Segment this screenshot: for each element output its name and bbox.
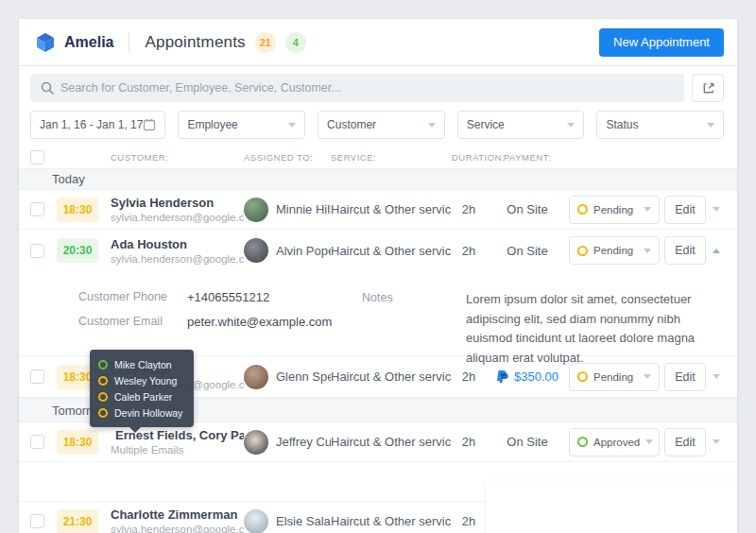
column-duration: DURATION: [452,152,486,163]
brand-name: Amelia [64,34,113,51]
phone-value: +14065551212 [187,290,269,304]
status-dot-icon [577,246,588,256]
time-badge: 18:30 [57,198,98,222]
appointment-row[interactable]: 18:30 Ernest Fields, Cory Page… Multiple… [19,422,737,462]
assigned-cell: Jeffrey Cun… [244,430,331,455]
avatar [244,238,268,263]
collapse-caret[interactable] [707,249,726,253]
avatar [244,430,268,455]
assigned-cell: Elsie Salazar [244,509,331,533]
search-row [19,66,737,102]
chevron-down-icon [644,249,651,253]
new-appointment-button[interactable]: New Appointment [599,28,724,57]
paypal-icon [496,370,508,384]
chevron-up-icon [713,249,720,253]
avatar [244,365,268,389]
payment-cell: $200.00 [486,481,737,533]
tooltip-customer: Mike Clayton [98,356,182,372]
employee-filter[interactable]: Employee [178,111,305,139]
assignee-name: Glenn Spen… [276,370,331,384]
avatar [244,198,268,222]
status-dot-icon [98,408,108,418]
assignee-name: Minnie Hill [276,202,331,216]
duration-cell: 2h [452,370,486,384]
status-select[interactable]: Pending [569,236,660,265]
payment-value: On Site [507,435,547,449]
tooltip-customer: Wesley Young [98,372,182,388]
customer-filter[interactable]: Customer [318,111,445,139]
search-input[interactable] [30,74,684,102]
export-button[interactable] [692,74,724,102]
customer-name: Sylvia Henderson [111,196,214,210]
assignee-name: Alvin Pope [276,244,331,258]
avatar [244,509,268,533]
customer-cell: Sylvia Henderson sylvia.henderson@google… [100,196,244,223]
page-title: Appointments [145,33,245,52]
edit-button[interactable]: Edit [664,428,706,456]
customer-name: Ada Houston [111,237,187,251]
table-header: CUSTOMER: ASSIGNED TO: SERVICE: DURATION… [19,146,737,168]
expand-caret[interactable] [707,439,726,444]
assigned-cell: Glenn Spen… [244,365,331,389]
calendar-icon [143,118,156,131]
row-checkbox[interactable] [30,244,44,258]
chevron-down-icon [713,439,720,444]
brand: Amelia [34,31,113,54]
payment-value: On Site [507,202,547,216]
time-badge: 21:30 [57,509,98,533]
filter-bar: Jan 1, 16 - Jan 1, 17 Employee Customer … [19,102,737,139]
time-badge: 20:30 [57,238,98,263]
chevron-down-icon [645,439,653,444]
customer-cell: Ada Houston sylvia.henderson@google.com [100,237,244,265]
service-cell: Haircut & Other servic… [331,244,452,258]
appointment-row[interactable]: 18:30 Rosa Quinn sylvia.henderson@google… [19,462,737,502]
tooltip-customer: Devin Holloway [98,404,182,421]
status-label: Pending [593,204,638,215]
group-header-today: Today [19,168,737,190]
customer-email: sylvia.henderson@google.com [111,253,244,265]
row-checkbox[interactable] [30,370,44,384]
status-label: Pending [593,371,638,383]
duration-cell: 2h [452,435,486,449]
row-checkbox[interactable] [30,202,44,216]
appointment-row-expanded[interactable]: 20:30 Ada Houston sylvia.henderson@googl… [19,230,737,271]
header-divider [129,32,129,53]
assignee-name: Jeffrey Cun… [276,435,331,449]
appointment-row[interactable]: 18:30 Sylvia Henderson sylvia.henderson@… [19,190,737,230]
payment-cell: $350.00 [486,370,569,384]
date-range-value: Jan 1, 16 - Jan 1, 17 [40,118,143,131]
edit-button[interactable]: Edit [664,363,706,391]
status-select[interactable]: Pending [569,363,660,391]
date-range-picker[interactable]: Jan 1, 16 - Jan 1, 17 [30,111,165,139]
status-filter[interactable]: Status [596,111,724,139]
status-select[interactable]: Approved [569,428,660,456]
service-cell: Haircut & Other servic… [331,435,452,449]
email-value: peter.white@example.com [187,315,332,329]
assignee-name: Elsie Salazar [276,514,331,528]
edit-button[interactable]: Edit [664,236,706,265]
expand-caret[interactable] [707,374,726,379]
payment-value: $350.00 [514,370,558,384]
edit-button[interactable]: Edit [664,196,706,224]
chevron-down-icon [707,123,714,128]
status-dot-icon [577,204,588,215]
chevron-down-icon [567,123,575,128]
status-dot-icon [98,360,108,370]
expand-caret[interactable] [707,207,726,212]
column-assigned: ASSIGNED TO: [244,152,331,163]
select-all-checkbox[interactable] [30,150,44,164]
tooltip-customer: Caleb Parker [98,388,182,404]
duration-cell: 2h [452,202,486,216]
service-filter[interactable]: Service [457,111,585,139]
pending-count-badge: 21 [255,32,276,53]
status-dot-icon [98,376,108,386]
customer-email: Multiple Emails [111,444,244,456]
assigned-cell: Alvin Pope [244,238,331,263]
appointments-panel: Amelia Appointments 21 4 New Appointment… [19,19,737,533]
column-customer: CUSTOMER: [100,152,244,163]
payment-cell: On Site [486,435,569,449]
row-checkbox[interactable] [30,435,44,449]
status-select[interactable]: Pending [569,196,660,224]
duration-cell: 2h [452,514,486,528]
row-checkbox[interactable] [30,514,44,528]
